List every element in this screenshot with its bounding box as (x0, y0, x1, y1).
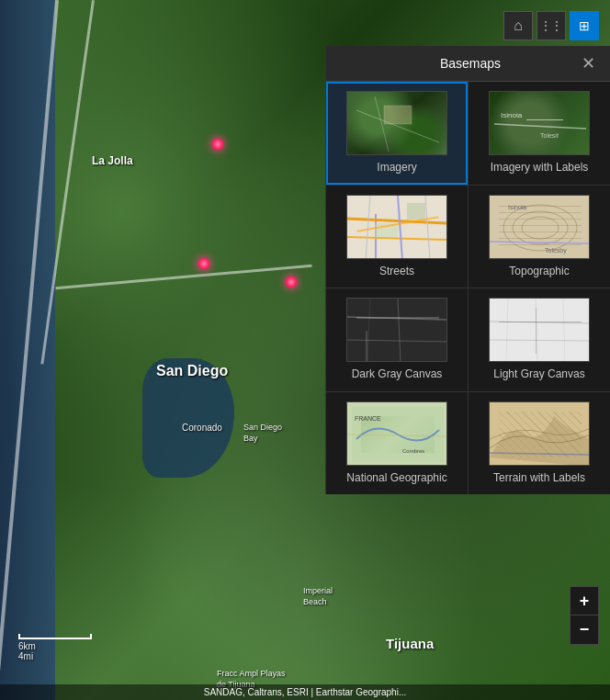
basemaps-panel: Basemaps ✕ Imagery (325, 46, 610, 494)
svg-line-10 (425, 196, 430, 259)
thumb-imagery-bg (347, 92, 446, 154)
zoom-controls: + − (570, 586, 599, 645)
zoom-out-button[interactable]: − (570, 615, 599, 645)
basemap-light-gray[interactable]: Light Gray Canvas (469, 288, 610, 391)
basemap-imagery-thumb (346, 91, 447, 155)
basemap-terrain-label: Terrain with Labels (493, 471, 585, 486)
home-button[interactable]: ⌂ (503, 11, 533, 40)
svg-line-19 (347, 317, 447, 320)
svg-line-27 (563, 299, 565, 362)
basemap-imagery[interactable]: Imagery (326, 82, 468, 185)
scale-bar: 6km 4mi (18, 634, 92, 661)
svg-text:Isinoia: Isinoia (508, 204, 526, 210)
svg-line-25 (536, 299, 537, 362)
basemap-streets-label: Streets (379, 265, 414, 279)
basemap-streets-thumb (346, 195, 447, 259)
basemaps-title: Basemaps (359, 56, 582, 71)
thumb-natgeo-bg: FRANCE Combres (347, 402, 446, 465)
svg-point-15 (522, 217, 559, 239)
thumb-imagery-labels-bg: Isinoia Tolesit (490, 92, 589, 154)
svg-line-8 (398, 196, 402, 259)
svg-text:Tolesit: Tolesit (540, 132, 559, 139)
svg-rect-12 (407, 203, 425, 220)
basemap-nat-geo[interactable]: FRANCE Combres National Geographic (326, 392, 468, 495)
basemap-dark-gray-thumb (346, 298, 447, 362)
basemaps-close-button[interactable]: ✕ (582, 55, 595, 72)
thumb-streets-bg (347, 196, 446, 258)
zoom-in-button[interactable]: + (570, 586, 599, 615)
grid-icon: ⊞ (579, 18, 590, 33)
glow-point-3 (285, 276, 298, 288)
basemap-nat-geo-thumb: FRANCE Combres (346, 401, 447, 466)
basemap-streets[interactable]: Streets (326, 186, 468, 288)
basemap-imagery-label: Imagery (377, 161, 416, 175)
basemap-light-gray-thumb (489, 298, 590, 362)
svg-line-3 (494, 124, 586, 129)
svg-line-9 (366, 196, 370, 259)
basemap-nat-geo-label: National Geographic (346, 471, 446, 486)
scale-km: 6km (18, 641, 92, 651)
scale-line (18, 634, 92, 639)
thumb-lightgray-bg (490, 299, 589, 361)
svg-text:Tolesby: Tolesby (545, 247, 567, 254)
basemap-dark-gray-label: Dark Gray Canvas (352, 367, 443, 382)
thumb-topo-bg: Isinoia Tolesby (490, 196, 589, 258)
basemap-imagery-labels[interactable]: Isinoia Tolesit Imagery with Labels (469, 82, 610, 185)
basemap-topographic-label: Topographic (509, 265, 569, 279)
thumb-terrain-bg (490, 402, 589, 465)
svg-line-26 (506, 299, 508, 362)
basemaps-button[interactable]: ⊞ (570, 11, 599, 40)
list-button[interactable]: ⋮⋮ (537, 11, 566, 40)
svg-point-14 (513, 211, 568, 244)
svg-text:Isinoia: Isinoia (501, 111, 523, 119)
basemaps-grid: Imagery Isinoia Tolesit Imagery with Lab… (326, 82, 610, 494)
basemap-topographic-thumb: Isinoia Tolesby (489, 195, 590, 259)
svg-rect-2 (384, 106, 412, 124)
svg-line-23 (490, 322, 590, 323)
glow-point-2 (198, 257, 210, 270)
basemaps-header: Basemaps ✕ (326, 46, 610, 82)
toolbar: ⌂ ⋮⋮ ⊞ (503, 11, 599, 40)
basemap-imagery-labels-label: Imagery with Labels (491, 161, 589, 175)
basemap-topographic[interactable]: Isinoia Tolesby Topographic (469, 186, 610, 288)
home-icon: ⌂ (514, 17, 523, 34)
scale-mi: 4mi (18, 651, 92, 661)
basemap-light-gray-label: Light Gray Canvas (493, 367, 584, 382)
svg-text:FRANCE: FRANCE (355, 415, 381, 422)
basemap-terrain[interactable]: Terrain with Labels (469, 392, 610, 495)
svg-line-16 (490, 242, 590, 243)
thumb-darkgray-bg (347, 299, 446, 361)
basemap-terrain-thumb (489, 401, 590, 466)
map-attribution: SANDAG, Caltrans, ESRI | Earthstar Geogr… (0, 684, 610, 700)
glow-point-1 (211, 138, 224, 151)
svg-rect-11 (375, 223, 398, 237)
list-icon: ⋮⋮ (540, 19, 562, 32)
svg-text:Combres: Combres (402, 448, 424, 454)
svg-line-22 (367, 299, 370, 362)
svg-line-24 (490, 340, 590, 341)
svg-line-21 (398, 299, 401, 362)
basemap-imagery-labels-thumb: Isinoia Tolesit (489, 91, 590, 155)
svg-line-20 (347, 340, 447, 342)
svg-line-7 (347, 237, 447, 240)
basemap-dark-gray[interactable]: Dark Gray Canvas (326, 288, 468, 391)
svg-line-6 (347, 219, 447, 223)
